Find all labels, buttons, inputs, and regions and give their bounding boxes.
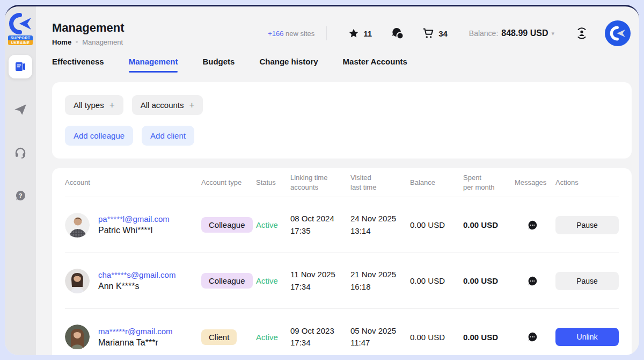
table-row: cha*****s@gmail.com Ann K****s Colleague… [65, 253, 619, 309]
filter-card: All types + All accounts + Add colleague… [52, 82, 632, 159]
tab-management[interactable]: Management [129, 57, 178, 73]
balance-value: 848.99 USD [501, 28, 548, 38]
column-header-messages: Messages [515, 178, 555, 188]
filter-row: All types + All accounts + [65, 95, 619, 115]
account-email-link[interactable]: cha*****s@gmail.com [98, 270, 175, 279]
breadcrumb-home-link[interactable]: Home [52, 38, 71, 46]
spent-cell: 0.00 USD [463, 333, 515, 342]
new-sites-link[interactable]: +166 new sites [268, 30, 314, 38]
all-accounts-filter[interactable]: All accounts + [132, 95, 203, 115]
star-icon [348, 28, 359, 39]
cart-stat[interactable]: 34 [422, 27, 448, 39]
balance-label: Balance: [469, 29, 498, 38]
account-type-badge: Colleague [201, 273, 253, 289]
avatar-logo-icon [609, 25, 627, 42]
add-client-button[interactable]: Add client [142, 126, 194, 146]
visited-time-cell: 21 Nov 202516:18 [350, 269, 410, 293]
balance-cell: 0.00 USD [410, 333, 463, 342]
account-name: Marianna Ta***r [98, 338, 173, 348]
pause-button[interactable]: Pause [555, 216, 619, 234]
message-bubble-icon [526, 275, 538, 287]
account-identity: ma*****r@gmail.com Marianna Ta***r [98, 327, 173, 348]
chat-bubbles-icon [391, 27, 404, 40]
column-header-linking-time: Linking timeaccounts [290, 173, 350, 192]
page-title: Management [52, 21, 124, 35]
tab-bar: Effectiveness Management Budgets Change … [36, 53, 639, 73]
account-email-link[interactable]: pa*****l@gmail.com [98, 214, 170, 224]
table-header: Account Account type Status Linking time… [65, 168, 619, 197]
column-header-status: Status [256, 178, 290, 188]
account-email-link[interactable]: ma*****r@gmail.com [98, 327, 173, 336]
add-colleague-button[interactable]: Add colleague [65, 126, 133, 146]
title-block: Management Home Management [52, 21, 124, 46]
new-sites-label: new sites [286, 30, 314, 38]
help-icon: ? [14, 189, 27, 202]
spent-cell: 0.00 USD [463, 276, 515, 285]
messages-button[interactable] [391, 27, 404, 40]
account-identity: cha*****s@gmail.com Ann K****s [98, 270, 175, 291]
message-button[interactable] [526, 219, 538, 231]
new-sites-count: +166 [268, 30, 283, 38]
column-header-balance: Balance [410, 178, 463, 188]
favorites-stat[interactable]: 11 [348, 28, 372, 39]
sidebar-item-help[interactable]: ? [9, 184, 32, 207]
linking-time-cell: 11 Nov 202517:34 [290, 269, 350, 293]
account-type-badge: Colleague [201, 217, 253, 233]
account-name: Ann K****s [98, 282, 175, 291]
tab-master-accounts[interactable]: Master Accounts [343, 57, 407, 73]
pause-button[interactable]: Pause [555, 272, 619, 290]
linking-time-cell: 08 Oct 202417:35 [290, 213, 350, 237]
table-row: pa*****l@gmail.com Patric Whi****l Colle… [65, 197, 619, 253]
paper-plane-icon [13, 103, 27, 117]
status-badge: Active [256, 220, 290, 229]
status-badge: Active [256, 333, 290, 342]
account-name: Patric Whi****l [98, 226, 170, 235]
cart-icon [422, 27, 434, 39]
sidebar-item-news[interactable] [9, 55, 32, 78]
column-header-visited: Visitedlast time [350, 173, 410, 192]
main-area: Management Home Management +166 new site… [36, 6, 639, 355]
cart-count: 34 [438, 29, 448, 38]
favorites-count: 11 [363, 29, 372, 38]
unlink-button[interactable]: Unlink [555, 328, 619, 346]
svg-text:?: ? [19, 192, 23, 199]
sidebar-nav: ? [9, 55, 32, 207]
tab-budgets[interactable]: Budgets [202, 57, 235, 73]
sidebar-item-telegram[interactable] [9, 98, 32, 121]
topbar: Management Home Management +166 new site… [36, 6, 639, 53]
all-types-label: All types [74, 100, 104, 110]
support-label: SUPPORT [8, 35, 33, 40]
brand-logo-icon [9, 13, 32, 34]
switch-account-icon [575, 26, 589, 40]
all-accounts-label: All accounts [141, 100, 184, 110]
balance-selector[interactable]: Balance: 848.99 USD ▾ [469, 28, 554, 38]
chevron-down-icon: ▾ [551, 30, 554, 37]
message-button[interactable] [526, 275, 538, 287]
message-button[interactable] [526, 331, 538, 343]
sidebar: SUPPORT UKRAINE [5, 6, 36, 355]
account-avatar [65, 325, 90, 349]
tab-change-history[interactable]: Change history [259, 57, 318, 73]
tab-effectiveness[interactable]: Effectiveness [52, 57, 104, 73]
app-logo[interactable]: SUPPORT UKRAINE [8, 13, 33, 45]
ukraine-label: UKRAINE [8, 40, 33, 45]
support-ukraine-badge: SUPPORT UKRAINE [8, 35, 33, 45]
user-avatar[interactable] [605, 20, 631, 46]
news-icon [14, 60, 27, 73]
visited-time-cell: 24 Nov 202513:14 [350, 213, 410, 237]
column-header-spent: Spentper month [463, 173, 515, 192]
content: All types + All accounts + Add colleague… [36, 73, 639, 355]
app-window: SUPPORT UKRAINE [5, 5, 639, 355]
account-cell: ma*****r@gmail.com Marianna Ta***r [65, 325, 201, 349]
action-row: Add colleague Add client [65, 126, 619, 146]
account-avatar [65, 213, 90, 237]
message-bubble-icon [526, 331, 538, 343]
spent-cell: 0.00 USD [463, 220, 515, 229]
sidebar-item-support[interactable] [9, 141, 32, 164]
account-cell: cha*****s@gmail.com Ann K****s [65, 269, 201, 293]
column-header-account-type: Account type [201, 178, 256, 188]
switch-account-button[interactable] [575, 26, 589, 40]
topbar-right: +166 new sites 11 [268, 20, 631, 46]
all-types-filter[interactable]: All types + [65, 95, 123, 115]
account-avatar [65, 269, 90, 293]
